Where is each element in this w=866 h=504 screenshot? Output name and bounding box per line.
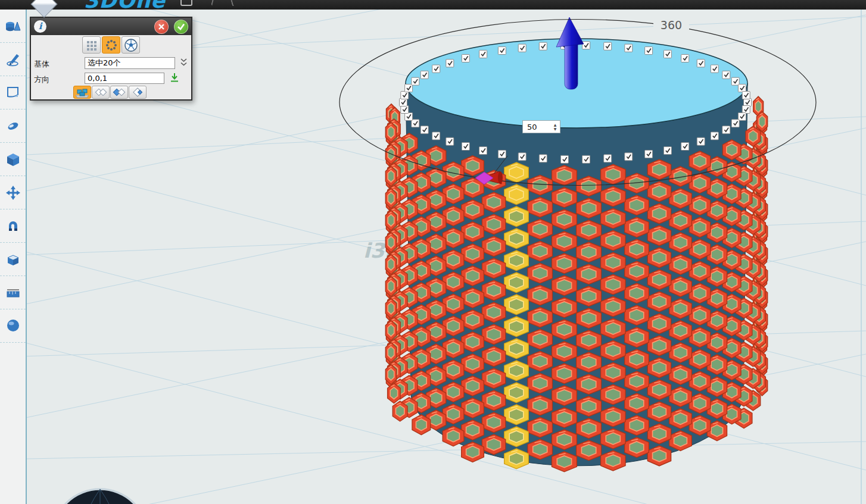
sphere-icon xyxy=(5,318,21,334)
pattern-checkbox[interactable] xyxy=(731,77,739,85)
pattern-checkbox[interactable] xyxy=(412,120,419,127)
option-instance-3[interactable] xyxy=(129,86,147,99)
pattern-checkbox[interactable] xyxy=(731,120,739,127)
pattern-checkbox[interactable] xyxy=(582,42,590,49)
pattern-checkbox[interactable] xyxy=(518,153,526,161)
pattern-checkbox[interactable] xyxy=(604,42,612,50)
base-field-input[interactable] xyxy=(85,57,175,69)
pattern-checkbox[interactable] xyxy=(681,55,689,62)
pattern-checkbox[interactable] xyxy=(663,50,671,58)
pattern-count-spinner[interactable]: 50 ▲▼ xyxy=(522,120,560,133)
pattern-checkbox[interactable] xyxy=(462,55,469,62)
sidebar-item-measure[interactable] xyxy=(0,276,26,309)
pattern-checkbox[interactable] xyxy=(744,99,752,107)
pattern-checkbox[interactable] xyxy=(479,147,487,155)
primitives-icon xyxy=(5,18,21,34)
sidebar-item-assembly[interactable] xyxy=(0,209,26,243)
tab-circular-pattern[interactable] xyxy=(102,36,120,54)
magnet-icon xyxy=(5,218,21,234)
pattern-checkbox[interactable] xyxy=(405,84,413,92)
close-icon xyxy=(158,23,165,30)
cancel-button[interactable] xyxy=(154,20,169,34)
circular-pattern-icon xyxy=(104,38,119,52)
pattern-dialog: i 基体 方向 xyxy=(30,17,192,101)
pattern-checkbox[interactable] xyxy=(711,65,718,73)
double-chevron-down-icon xyxy=(180,58,188,67)
option-pattern-geometry[interactable] xyxy=(73,86,91,99)
pattern-checkbox[interactable] xyxy=(582,155,590,163)
pattern-checkbox[interactable] xyxy=(722,126,730,134)
pattern-checkbox[interactable] xyxy=(432,65,440,73)
sidebar-item-primitives[interactable] xyxy=(0,10,26,43)
angle-dimension-label[interactable]: 360 xyxy=(653,18,689,32)
pattern-checkbox[interactable] xyxy=(645,150,653,158)
pattern-checkbox[interactable] xyxy=(498,150,506,158)
ruler-icon xyxy=(5,285,21,300)
option-instance-2[interactable] xyxy=(110,86,128,99)
pick-direction-button[interactable] xyxy=(170,73,179,83)
tab-linear-pattern[interactable] xyxy=(82,36,101,54)
pattern-checkbox[interactable] xyxy=(401,92,409,99)
view-navigation-ball[interactable] xyxy=(52,489,148,504)
save-icon[interactable] xyxy=(180,0,192,6)
app-window: { "app": { "logo_text": "3DOne" }, "side… xyxy=(0,0,866,504)
pattern-checkbox[interactable] xyxy=(604,155,612,162)
pattern-checkbox[interactable] xyxy=(412,77,419,85)
pattern-checkbox[interactable] xyxy=(539,155,547,162)
spinner-down-icon[interactable]: ▼ xyxy=(554,127,557,131)
confirm-button[interactable] xyxy=(174,20,188,34)
pattern-checkbox[interactable] xyxy=(625,44,633,52)
pattern-checkbox[interactable] xyxy=(400,99,407,107)
pattern-checkbox[interactable] xyxy=(625,153,633,161)
sidebar-item-combine[interactable] xyxy=(0,243,26,276)
dialog-header: i xyxy=(31,18,191,35)
sidebar-item-surface[interactable] xyxy=(0,76,26,109)
spinner-arrows[interactable]: ▲▼ xyxy=(550,123,560,131)
move-arrows-icon xyxy=(5,185,21,201)
pattern-checkbox[interactable] xyxy=(560,155,568,163)
pattern-checkbox[interactable] xyxy=(401,106,409,114)
spinner-up-icon[interactable]: ▲ xyxy=(554,123,557,127)
pattern-checkbox[interactable] xyxy=(722,71,730,79)
cube-icon xyxy=(5,152,21,167)
pattern-checkbox[interactable] xyxy=(432,132,440,140)
blue-white-diamonds-icon xyxy=(111,86,127,98)
pattern-checkbox[interactable] xyxy=(420,126,428,134)
pattern-checkbox[interactable] xyxy=(462,143,469,151)
sidebar-item-sketch[interactable] xyxy=(0,43,26,76)
app-logo: 3DOne xyxy=(84,0,166,10)
sweep-icon xyxy=(5,118,21,134)
pattern-checkbox[interactable] xyxy=(446,60,454,67)
pattern-checkbox[interactable] xyxy=(711,132,718,140)
pattern-count-value: 50 xyxy=(523,123,550,132)
pattern-checkbox[interactable] xyxy=(645,47,653,55)
pattern-checkbox[interactable] xyxy=(518,44,526,52)
pattern-checkbox[interactable] xyxy=(405,112,413,120)
pattern-checkbox[interactable] xyxy=(479,50,487,58)
pattern-checkbox[interactable] xyxy=(738,84,746,92)
pattern-checkbox[interactable] xyxy=(742,92,750,99)
sidebar-item-transform[interactable] xyxy=(0,176,26,209)
expand-list-button[interactable] xyxy=(180,58,188,67)
base-field-label: 基体 xyxy=(34,59,49,70)
pattern-checkbox[interactable] xyxy=(420,71,428,79)
undo-icon[interactable] xyxy=(211,0,218,7)
tab-sphere-pattern[interactable] xyxy=(122,36,140,54)
pattern-checkbox[interactable] xyxy=(742,106,750,114)
pattern-checkbox[interactable] xyxy=(697,137,705,145)
pattern-checkbox[interactable] xyxy=(446,137,454,145)
pattern-checkbox[interactable] xyxy=(697,60,705,67)
pattern-checkbox[interactable] xyxy=(498,47,506,55)
sidebar-item-feature[interactable] xyxy=(0,143,26,176)
info-icon[interactable]: i xyxy=(34,20,46,33)
pattern-checkbox[interactable] xyxy=(681,143,689,151)
pattern-checkbox[interactable] xyxy=(539,42,547,50)
pattern-checkbox[interactable] xyxy=(738,112,746,120)
option-instance-1[interactable] xyxy=(92,86,110,99)
sidebar-item-render[interactable] xyxy=(0,309,26,343)
redo-icon[interactable] xyxy=(230,0,237,7)
direction-field-input[interactable] xyxy=(85,73,164,84)
sidebar-item-sweep[interactable] xyxy=(0,109,26,143)
surface-icon xyxy=(5,85,21,101)
pattern-checkbox[interactable] xyxy=(663,147,671,155)
